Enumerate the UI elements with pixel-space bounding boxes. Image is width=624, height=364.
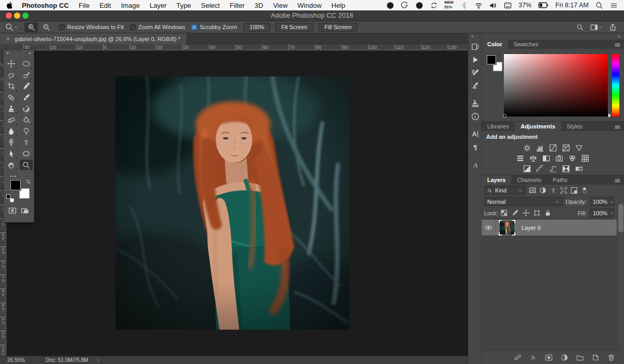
active-tool-indicator[interactable] xyxy=(5,23,18,31)
zoom-in-mode-button[interactable] xyxy=(24,22,38,32)
layer-filter-kind-dropdown[interactable]: Kind xyxy=(484,186,526,194)
dock-expand-header[interactable]: » xyxy=(482,33,624,40)
menu-3d[interactable]: 3D xyxy=(255,2,264,9)
zoom-out-mode-button[interactable] xyxy=(40,22,53,32)
adjustment-channel-mixer-button[interactable] xyxy=(568,154,577,162)
tool-history-brush[interactable] xyxy=(20,103,33,114)
adjustment-brightness-contrast-button[interactable] xyxy=(522,144,531,152)
quick-mask-button[interactable] xyxy=(8,205,17,215)
tool-eraser[interactable] xyxy=(5,115,18,125)
foreground-color-swatch[interactable] xyxy=(487,55,496,64)
apple-menu[interactable] xyxy=(6,2,14,9)
tab-color-swatches[interactable]: Swatches xyxy=(508,40,544,49)
creative-cloud-menu-item[interactable] xyxy=(386,2,394,9)
opacity-dropdown[interactable]: 100% xyxy=(590,197,614,206)
window-minimize-button[interactable] xyxy=(14,12,20,19)
mask-button[interactable] xyxy=(544,353,553,362)
checkbox-scrubby-zoom[interactable]: ✓Scrubby Zoom xyxy=(191,24,237,30)
adjustment-color-lookup-button[interactable] xyxy=(581,154,590,162)
menu-edit[interactable]: Edit xyxy=(99,2,111,9)
default-colors-button[interactable] xyxy=(6,194,14,202)
tab-color-color[interactable]: Color xyxy=(482,40,508,49)
layer-visibility-toggle[interactable] xyxy=(482,219,496,236)
toolbox-header[interactable]: ×« xyxy=(4,50,34,57)
layer-row[interactable]: Layer 0 xyxy=(482,219,617,236)
window-close-button[interactable] xyxy=(6,12,12,19)
window-zoom-button[interactable] xyxy=(22,12,29,19)
checkbox-box-icon[interactable]: ✓ xyxy=(191,24,197,30)
tool-paint-bucket[interactable] xyxy=(20,115,33,125)
menu-help[interactable]: Help xyxy=(331,2,345,9)
lock-all-button[interactable] xyxy=(544,210,551,217)
status-doc-size[interactable]: Doc: 51.0M/75.8M xyxy=(46,357,88,363)
tab-layers-paths[interactable]: Paths xyxy=(547,175,573,185)
menu-select[interactable]: Select xyxy=(201,2,219,9)
tool-dodge[interactable] xyxy=(20,126,33,136)
blend-mode-dropdown[interactable]: Normal xyxy=(484,197,563,206)
menu-file[interactable]: File xyxy=(79,2,89,9)
saturation-brightness-field[interactable] xyxy=(504,54,608,116)
battery-menu-item[interactable] xyxy=(538,0,549,10)
tab-layers-channels[interactable]: Channels xyxy=(511,175,547,185)
menu-photoshop-cc[interactable]: Photoshop CC xyxy=(22,2,69,9)
adjustment-hue-saturation-button[interactable] xyxy=(516,154,525,162)
menu-image[interactable]: Image xyxy=(121,2,140,9)
layer-name[interactable]: Layer 0 xyxy=(522,225,541,231)
adjustment-selective-color-button[interactable] xyxy=(561,164,570,173)
notification-center-menu-item[interactable] xyxy=(610,2,618,9)
panel-menu-button[interactable] xyxy=(614,41,621,48)
volume-menu-item[interactable] xyxy=(489,2,497,9)
lock-transparency-button[interactable] xyxy=(501,210,508,217)
fit-screen-button[interactable]: Fit Screen xyxy=(275,23,314,32)
tool-path-select[interactable] xyxy=(5,149,18,159)
dock-actions-button[interactable] xyxy=(469,53,482,66)
tool-clone-stamp[interactable] xyxy=(5,103,18,114)
filter-type-button[interactable]: T xyxy=(550,186,557,193)
dock-glyphs-button[interactable]: A xyxy=(469,158,482,171)
checkbox-zoom-all-windows[interactable]: Zoom All Windows xyxy=(130,24,185,30)
spotlight-menu-item[interactable] xyxy=(595,2,603,9)
horizontal-ruler[interactable]: 3020100102030405060708090100110120130 xyxy=(7,44,468,51)
filter-pixel-button[interactable] xyxy=(529,186,536,193)
tab-adj-libraries[interactable]: Libraries xyxy=(482,122,515,131)
adjustment-button[interactable] xyxy=(560,353,569,362)
tool-blur[interactable] xyxy=(5,126,18,136)
scrollbar-thumb[interactable] xyxy=(618,204,623,232)
tool-type[interactable]: T xyxy=(20,137,33,148)
collapse-strip-button[interactable]: « xyxy=(469,33,481,40)
tab-layers-layers[interactable]: Layers xyxy=(482,175,511,185)
screen-mode-button[interactable] xyxy=(21,205,29,215)
s-app-menu-item[interactable]: S xyxy=(415,2,423,9)
adjustment-photo-filter-button[interactable] xyxy=(555,154,564,162)
fill-screen-button[interactable]: Fill Screen xyxy=(318,23,358,32)
logitech-g-menu-item[interactable] xyxy=(401,2,409,9)
checkbox-box-icon[interactable] xyxy=(130,24,136,30)
hue-slider[interactable] xyxy=(612,54,619,116)
tool-eyedropper[interactable] xyxy=(20,81,33,92)
tool-brush[interactable] xyxy=(20,93,33,103)
tool-lasso[interactable] xyxy=(5,70,18,80)
filter-toggle-button[interactable] xyxy=(581,186,588,193)
lock-position-button[interactable] xyxy=(523,210,529,217)
100-button[interactable]: 100% xyxy=(243,23,270,32)
photo-document[interactable] xyxy=(115,76,349,330)
adjustment-vibrance-button[interactable] xyxy=(574,144,583,152)
tool-hand[interactable] xyxy=(5,160,18,170)
bluetooth-menu-item[interactable] xyxy=(460,2,468,9)
wifi-menu-item[interactable] xyxy=(475,2,483,9)
checkbox-box-icon[interactable] xyxy=(59,24,64,30)
workspace-switcher-button[interactable] xyxy=(590,23,603,31)
adjustment-gradient-map-button[interactable] xyxy=(574,164,583,173)
share-button[interactable] xyxy=(609,23,617,31)
filter-smart-button[interactable] xyxy=(570,186,578,193)
canvas-area[interactable] xyxy=(7,51,468,356)
background-color-swatch[interactable] xyxy=(19,188,30,199)
input-source-menu-item[interactable] xyxy=(504,2,512,9)
adjustment-levels-button[interactable] xyxy=(535,144,544,152)
tool-pen[interactable] xyxy=(5,137,18,148)
panel-menu-button[interactable] xyxy=(614,123,621,131)
new-layer-button[interactable] xyxy=(591,353,600,362)
expand-dock-icon[interactable]: » xyxy=(618,34,620,39)
status-menu-chevron[interactable] xyxy=(96,358,101,363)
dock-brush-settings-button[interactable] xyxy=(469,66,482,79)
